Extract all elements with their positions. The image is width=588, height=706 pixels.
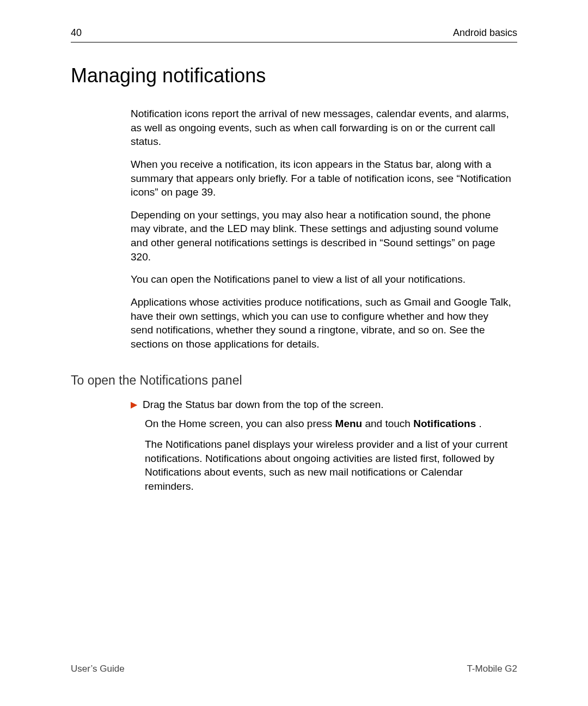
text-segment: On the Home screen, you can also press	[145, 418, 335, 429]
body-paragraph-3: Depending on your settings, you may also…	[131, 208, 512, 264]
body-paragraph-5: Applications whose activities produce no…	[131, 295, 512, 351]
body-paragraph-4: You can open the Notifications panel to …	[131, 272, 512, 287]
page-number: 40	[71, 27, 82, 39]
body-paragraph-1: Notification icons report the arrival of…	[131, 107, 512, 149]
bold-menu: Menu	[335, 418, 363, 429]
indented-paragraph-2: The Notifications panel displays your wi…	[145, 437, 512, 494]
section-name: Android basics	[453, 27, 517, 39]
page-footer: User’s Guide T-Mobile G2	[71, 664, 517, 674]
text-segment: .	[476, 418, 482, 429]
bullet-item: ▶ Drag the Status bar down from the top …	[131, 398, 512, 412]
footer-right: T-Mobile G2	[467, 664, 517, 674]
bold-notifications: Notifications	[413, 418, 476, 429]
sub-heading: To open the Notifications panel	[71, 373, 517, 388]
body-paragraph-2: When you receive a notification, its ico…	[131, 157, 512, 199]
footer-left: User’s Guide	[71, 664, 125, 674]
bullet-text: Drag the Status bar down from the top of…	[143, 398, 384, 412]
main-heading: Managing notifications	[71, 64, 517, 87]
indented-paragraph-1: On the Home screen, you can also press M…	[145, 417, 512, 431]
triangle-bullet-icon: ▶	[131, 399, 137, 412]
page-header: 40 Android basics	[71, 27, 517, 42]
text-segment: and touch	[362, 418, 413, 429]
